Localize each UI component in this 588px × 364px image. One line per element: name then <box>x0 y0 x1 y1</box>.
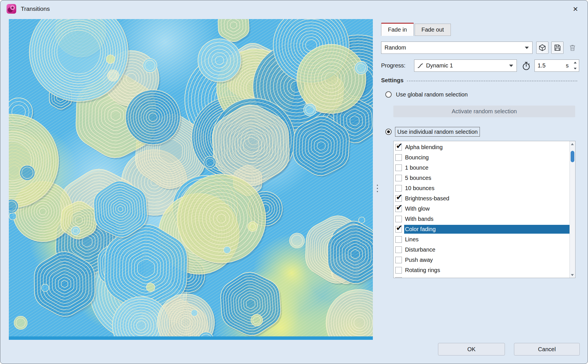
chevron-down-icon <box>509 65 513 67</box>
option-checkbox[interactable]: ✔ <box>395 144 402 151</box>
duration-input[interactable]: 1.5 s <box>534 59 579 72</box>
option-label: Alpha blending <box>404 143 570 152</box>
transition-option-row[interactable]: ✔ 5 bounces <box>394 173 570 183</box>
activate-random-selection-button[interactable]: Activate random selection <box>393 106 575 117</box>
transition-option-row[interactable]: ✔ Color fading <box>394 224 570 234</box>
checkmark-icon: ✔ <box>396 224 402 232</box>
checkmark-icon: ✔ <box>396 193 402 201</box>
transition-option-row[interactable]: ✔ Disturbance <box>394 244 570 255</box>
global-random-radio[interactable] <box>385 91 392 98</box>
app-icon <box>7 4 16 14</box>
individual-random-label: Use individual random selection <box>395 127 480 137</box>
tab-bar: Fade in Fade out <box>381 23 451 36</box>
preset-value: Random <box>381 44 525 51</box>
duration-unit: s <box>566 60 569 71</box>
option-checkbox[interactable]: ✔ <box>395 175 402 181</box>
option-label: Rotating rings <box>404 266 570 275</box>
duration-value: 1.5 <box>538 60 546 71</box>
option-checkbox[interactable]: ✔ <box>395 205 402 212</box>
settings-panel: Fade in Fade out Random Progress: <box>381 0 580 364</box>
option-checkbox[interactable]: ✔ <box>395 236 402 243</box>
settings-section-header: Settings <box>381 76 577 84</box>
option-label: 5 bounces <box>404 174 570 182</box>
global-random-label: Use global random selection <box>396 90 468 99</box>
save-button[interactable] <box>551 42 564 54</box>
option-label <box>404 276 570 278</box>
option-checkbox[interactable]: ✔ <box>395 154 402 161</box>
random-transition-button[interactable] <box>536 42 548 54</box>
option-label: Brightness-based <box>404 194 570 203</box>
duration-decrement-button[interactable] <box>573 67 578 71</box>
floppy-icon <box>554 44 561 52</box>
tab-fade-out[interactable]: Fade out <box>415 24 451 36</box>
option-label: Disturbance <box>404 245 570 254</box>
option-checkbox[interactable]: ✔ <box>395 164 402 171</box>
progress-curve-value: Dynamic 1 <box>424 62 509 69</box>
cancel-button[interactable]: Cancel <box>514 343 580 355</box>
list-scrollbar[interactable] <box>570 141 575 278</box>
transition-option-row[interactable]: ✔ 10 bounces <box>394 183 570 193</box>
transition-list-rows: ✔ Alpha blending ✔ Bouncing ✔ 1 bounce ✔… <box>394 142 570 278</box>
transition-list: ✔ Alpha blending ✔ Bouncing ✔ 1 bounce ✔… <box>393 141 575 278</box>
option-label: 1 bounce <box>404 163 570 172</box>
duration-spinner <box>572 61 578 71</box>
duration-increment-button[interactable] <box>573 61 578 65</box>
checkmark-icon: ✔ <box>396 142 402 150</box>
transition-option-row[interactable]: ✔ Push away <box>394 255 570 265</box>
scroll-down-button[interactable] <box>570 273 575 277</box>
option-label: Color fading <box>404 225 570 234</box>
option-label: Push away <box>404 256 570 264</box>
option-label: With glow <box>404 204 570 213</box>
transition-option-row[interactable]: ✔ With bands <box>394 214 570 224</box>
option-checkbox[interactable]: ✔ <box>395 226 402 233</box>
option-checkbox[interactable]: ✔ <box>395 216 402 222</box>
stopwatch-icon <box>522 61 531 71</box>
transition-option-row[interactable]: ✔ 1 bounce <box>394 163 570 173</box>
transitions-dialog: Transitions ✕ Fade in <box>0 0 588 364</box>
option-label: Lines <box>404 235 570 244</box>
individual-random-radio[interactable] <box>385 129 392 135</box>
tab-fade-in[interactable]: Fade in <box>381 23 414 36</box>
transition-option-row[interactable]: ✔ Lines <box>394 234 570 244</box>
checkmark-icon: ✔ <box>396 203 402 211</box>
option-checkbox[interactable]: ✔ <box>395 246 402 253</box>
preview-art <box>9 19 373 340</box>
transition-option-row[interactable]: ✔ Alpha blending <box>394 142 570 152</box>
splitter-handle[interactable] <box>376 185 379 192</box>
transition-option-row[interactable]: ✔ Rotating rings <box>394 265 570 275</box>
scroll-up-button[interactable] <box>570 142 575 146</box>
trash-icon <box>569 44 576 52</box>
option-checkbox[interactable]: ✔ <box>395 257 402 263</box>
option-checkbox[interactable]: ✔ <box>395 185 402 192</box>
dotted-divider <box>407 81 577 81</box>
scroll-thumb[interactable] <box>571 151 574 162</box>
transition-option-row[interactable]: ✔ <box>394 275 570 278</box>
progress-label: Progress: <box>381 59 406 72</box>
chevron-down-icon <box>525 47 529 49</box>
option-label: Bouncing <box>404 153 570 162</box>
ok-button[interactable]: OK <box>438 343 505 355</box>
option-checkbox[interactable]: ✔ <box>395 277 402 278</box>
option-label: With bands <box>404 215 570 223</box>
delete-button[interactable] <box>566 42 579 54</box>
settings-title: Settings <box>381 77 404 84</box>
curve-icon <box>417 62 424 69</box>
preset-dropdown[interactable]: Random <box>381 42 533 54</box>
transition-option-row[interactable]: ✔ With glow <box>394 203 570 214</box>
option-label: 10 bounces <box>404 184 570 193</box>
option-checkbox[interactable]: ✔ <box>395 267 402 273</box>
progress-curve-dropdown[interactable]: Dynamic 1 <box>414 59 517 72</box>
cube-icon <box>538 44 546 52</box>
transition-preview <box>9 19 373 340</box>
window-title: Transitions <box>21 0 50 17</box>
transition-option-row[interactable]: ✔ Bouncing <box>394 152 570 163</box>
transition-option-row[interactable]: ✔ Brightness-based <box>394 193 570 203</box>
option-checkbox[interactable]: ✔ <box>395 195 402 202</box>
